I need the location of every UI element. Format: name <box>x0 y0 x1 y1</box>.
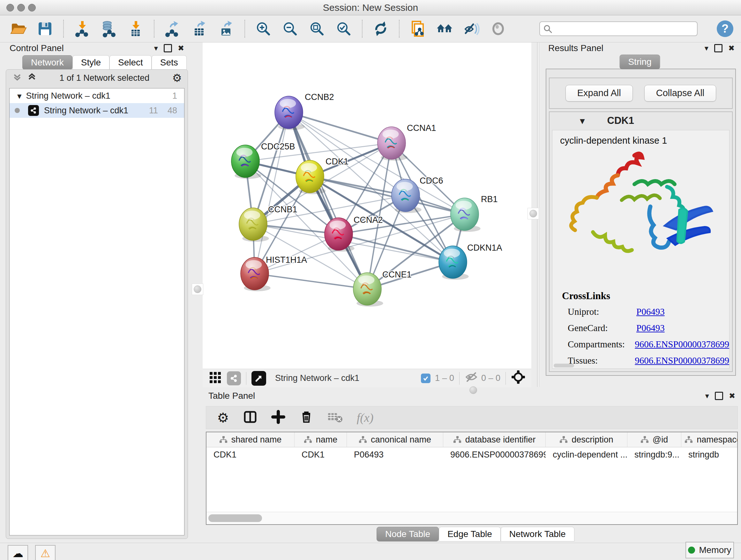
tab-style[interactable]: Style <box>72 55 110 70</box>
tab-network-table[interactable]: Network Table <box>501 527 575 542</box>
network-node-CCNA1[interactable] <box>378 127 408 161</box>
zoom-fit-icon[interactable] <box>308 20 326 37</box>
selected-nodes-checkbox[interactable] <box>421 374 430 383</box>
function-builder-icon[interactable]: f(x) <box>357 411 374 425</box>
delete-column-icon[interactable] <box>299 410 313 425</box>
open-session-icon[interactable] <box>10 20 27 37</box>
import-network-icon[interactable] <box>73 20 91 37</box>
position-crosshair-icon[interactable] <box>511 370 526 387</box>
panel-close-icon[interactable]: ✖ <box>728 44 735 53</box>
column-type-icon <box>219 436 227 443</box>
collapse-all-button[interactable]: Collapse All <box>644 85 717 102</box>
network-options-gear-icon[interactable]: ⚙ <box>172 71 182 84</box>
network-node-CCNE1[interactable] <box>353 273 383 307</box>
right-splitter-handle[interactable] <box>528 208 539 219</box>
network-canvas[interactable]: CCNB2CCNA1CDC25BCDK1CDC6RB1CCNB1CCNA2CDK… <box>203 43 531 369</box>
results-scrollbar-thumb[interactable] <box>554 364 574 368</box>
table-cell[interactable]: P06493 <box>347 447 443 462</box>
tab-string[interactable]: String <box>619 55 660 69</box>
node-count: 11 <box>149 106 158 116</box>
tab-network[interactable]: Network <box>22 55 72 70</box>
panel-collapse-icon[interactable]: ▾ <box>705 391 709 400</box>
collapse-all-networks-icon[interactable] <box>27 72 37 84</box>
panel-float-icon[interactable] <box>714 44 723 52</box>
show-graphics-icon[interactable] <box>489 20 507 37</box>
crosslink-link[interactable]: 9606.ENSP00000378699 <box>635 355 729 366</box>
table-cell[interactable]: stringdb:9... <box>627 447 681 462</box>
network-badge-gray-icon[interactable] <box>227 371 241 385</box>
column-type-icon <box>304 436 312 443</box>
table-cell[interactable]: stringdb <box>681 447 738 462</box>
add-column-icon[interactable] <box>271 410 285 425</box>
network-edge-CCNB2-HIST1H1A[interactable] <box>255 112 289 273</box>
panel-float-icon[interactable] <box>164 44 172 52</box>
export-network-icon[interactable] <box>164 20 181 37</box>
expand-all-networks-icon[interactable] <box>12 72 22 84</box>
panel-close-icon[interactable]: ✖ <box>178 44 184 53</box>
zoom-out-icon[interactable] <box>281 20 299 37</box>
network-edge-HIST1H1A-CCNE1[interactable] <box>255 273 367 289</box>
import-table-icon[interactable] <box>127 20 144 37</box>
homes-icon[interactable] <box>436 20 453 37</box>
tree-expand-icon[interactable]: ▾ <box>17 91 22 101</box>
column-header--id[interactable]: @id <box>627 432 681 447</box>
section-collapse-icon[interactable]: ▾ <box>580 115 585 126</box>
zoom-in-icon[interactable] <box>255 20 272 37</box>
table-row[interactable]: CDK1CDK1P064939606.ENSP00000378699cyclin… <box>206 447 737 462</box>
column-header-database-identifier[interactable]: database identifier <box>443 432 546 447</box>
tab-node-table[interactable]: Node Table <box>377 527 439 542</box>
expand-all-button[interactable]: Expand All <box>565 85 633 102</box>
import-database-icon[interactable] <box>100 20 118 37</box>
network-row-selected[interactable]: String Network – cdk1 11 48 <box>10 103 184 118</box>
network-edge-CCNB2-CCNA1[interactable] <box>289 112 392 143</box>
hide-unhide-icon[interactable] <box>463 20 480 37</box>
table-cell[interactable]: cyclin-dependent ... <box>546 447 627 462</box>
show-columns-icon[interactable] <box>243 410 257 425</box>
refresh-icon[interactable] <box>372 20 389 37</box>
panel-collapse-icon[interactable]: ▾ <box>154 44 158 53</box>
file-network-icon[interactable] <box>409 20 426 37</box>
network-node-CDKN1A[interactable] <box>439 246 469 280</box>
column-header-canonical-name[interactable]: canonical name <box>347 432 443 447</box>
memory-button[interactable]: Memory <box>685 542 734 558</box>
warning-icon[interactable]: ⚠ <box>35 545 56 560</box>
table-cell[interactable]: 9606.ENSP00000378699 <box>443 447 546 462</box>
column-header-description[interactable]: description <box>546 432 627 447</box>
crosslink-link[interactable]: 9606.ENSP00000378699 <box>635 339 729 350</box>
table-hscrollbar[interactable] <box>206 512 737 524</box>
export-table-icon[interactable] <box>191 20 208 37</box>
left-splitter-handle[interactable] <box>192 284 203 295</box>
panel-float-icon[interactable] <box>715 392 723 400</box>
cloud-icon[interactable]: ☁ <box>8 545 28 560</box>
save-session-icon[interactable] <box>37 20 54 37</box>
panel-close-icon[interactable]: ✖ <box>729 391 735 400</box>
panel-collapse-icon[interactable]: ▾ <box>704 44 709 53</box>
network-node-CDC6[interactable] <box>392 179 421 213</box>
network-node-CCNA2[interactable] <box>325 218 354 252</box>
network-node-CDK1[interactable] <box>296 160 326 194</box>
table-options-gear-icon[interactable]: ⚙ <box>217 410 229 426</box>
zoom-selected-icon[interactable] <box>335 20 352 37</box>
network-node-CDC25B[interactable] <box>231 145 261 179</box>
network-node-CCNB2[interactable] <box>275 96 305 130</box>
crosslink-link[interactable]: P06493 <box>636 307 665 317</box>
tab-edge-table[interactable]: Edge Table <box>439 527 501 542</box>
tab-sets[interactable]: Sets <box>151 55 187 70</box>
search-input[interactable] <box>539 21 697 36</box>
tab-select[interactable]: Select <box>110 55 151 70</box>
network-collection-row[interactable]: ▾ String Network – cdk1 1 <box>10 88 184 103</box>
crosslink-link[interactable]: P06493 <box>636 323 665 333</box>
export-image-icon[interactable] <box>218 20 235 37</box>
birdseye-view-icon[interactable] <box>252 371 266 386</box>
delete-table-icon[interactable] <box>327 411 343 425</box>
column-header-name[interactable]: name <box>294 432 347 447</box>
grid-view-icon[interactable] <box>209 371 222 386</box>
column-header-namespace[interactable]: namespace <box>681 432 738 447</box>
table-cell[interactable]: CDK1 <box>206 447 294 462</box>
help-button[interactable]: ? <box>717 20 733 37</box>
network-node-RB1[interactable] <box>451 198 481 232</box>
table-hscrollbar-thumb[interactable] <box>208 514 262 522</box>
toolbar-separator <box>399 20 400 38</box>
table-cell[interactable]: CDK1 <box>294 447 347 462</box>
column-header-shared-name[interactable]: shared name <box>206 432 294 447</box>
